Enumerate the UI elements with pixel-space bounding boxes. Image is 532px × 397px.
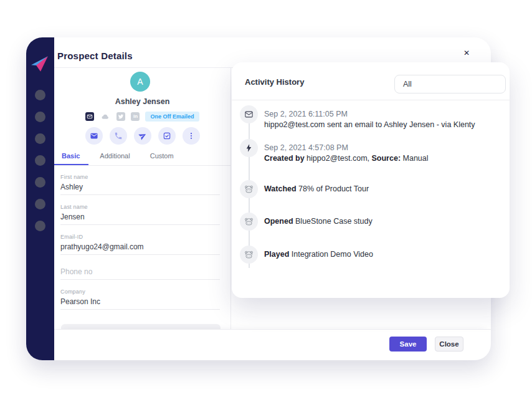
email-id-label: Email-ID — [60, 234, 220, 240]
phone-no-field: Phone no — [60, 267, 220, 280]
page-background: Prospect Details ✕ A Ashley Jensen inOne… — [0, 0, 532, 397]
bolt-icon — [240, 139, 258, 157]
activity-text: Watched 78% of Product Tour — [264, 184, 369, 194]
channel-status-row: inOne Off Emailed — [54, 111, 230, 122]
email-id-field: Email-IDprathyugo24@gmail.com — [60, 234, 220, 255]
company-label: Company — [60, 289, 220, 295]
first-name-input[interactable]: Ashley — [60, 183, 220, 195]
hippo-icon — [240, 246, 258, 264]
activity-history-panel: Activity History All Sep 2, 2021 6:11:05… — [232, 62, 510, 298]
activity-filter-value: All — [403, 80, 412, 88]
phone-action-button[interactable] — [110, 127, 127, 145]
activity-history-title: Activity History — [245, 77, 304, 87]
tab-additional[interactable]: Additional — [100, 152, 130, 160]
tab-custom[interactable]: Custom — [150, 152, 174, 160]
status-badge: One Off Emailed — [145, 112, 199, 122]
activity-timestamp: Sep 2, 2021 4:57:08 PM — [264, 143, 429, 153]
page-title: Prospect Details — [57, 50, 133, 61]
tab-basic[interactable]: Basic — [62, 152, 80, 160]
phone-no-input[interactable]: Phone no — [60, 267, 220, 280]
first-name-label: First name — [60, 174, 220, 180]
last-name-field: Last nameJensen — [60, 204, 220, 225]
panel-divider — [230, 67, 231, 329]
envelope-icon — [240, 105, 258, 123]
hippo-icon — [240, 180, 258, 198]
activity-event-row: Sep 2, 2021 4:57:08 PMCreated by hippo2@… — [240, 143, 505, 164]
more-action-button[interactable] — [183, 127, 200, 145]
prospect-profile-panel: A Ashley Jensen inOne Off Emailed BasicA… — [54, 67, 230, 329]
sidebar-nav-item-5[interactable] — [35, 177, 45, 188]
sidebar-nav-item-2[interactable] — [35, 112, 45, 122]
activity-event-body: Sep 2, 2021 6:11:05 PMhippo2@test.com se… — [264, 109, 475, 130]
activity-text: Created by hippo2@test.com, Source: Manu… — [264, 153, 429, 164]
activity-event-body: Sep 2, 2021 4:57:08 PMCreated by hippo2@… — [264, 143, 429, 164]
activity-event-row: Sep 2, 2021 6:11:05 PMhippo2@test.com se… — [240, 109, 505, 130]
hippo-icon — [240, 213, 258, 231]
sidebar-nav — [35, 90, 45, 242]
phone-icon — [114, 132, 123, 140]
profile-tabs: BasicAdditionalCustom — [62, 152, 174, 160]
prospect-form: First nameAshleyLast nameJensenEmail-IDp… — [60, 166, 220, 310]
twitter-channel-icon[interactable] — [116, 112, 125, 121]
save-button[interactable]: Save — [389, 337, 427, 352]
klenty-logo-icon — [31, 54, 49, 73]
activity-text: Opened BlueStone Case study — [264, 216, 373, 227]
activity-filter-dropdown[interactable]: All — [394, 75, 506, 93]
activity-event-row: Opened BlueStone Case study — [240, 213, 505, 231]
task-action-button[interactable] — [158, 127, 176, 145]
sidebar-nav-item-3[interactable] — [35, 133, 45, 144]
quick-actions-row — [54, 127, 230, 145]
send-icon — [138, 132, 147, 140]
close-icon[interactable]: ✕ — [463, 49, 470, 57]
sidebar-nav-item-1[interactable] — [35, 90, 45, 100]
activity-event-body: Opened BlueStone Case study — [264, 216, 373, 227]
email-icon — [90, 132, 98, 140]
first-name-field: First nameAshley — [60, 174, 220, 195]
activity-event-body: Played Integration Demo Video — [264, 249, 373, 260]
linkedin-channel-icon[interactable]: in — [131, 112, 140, 121]
hidden-field-peek — [61, 324, 221, 329]
modal-footer: Save Close — [54, 329, 491, 360]
company-input[interactable]: Pearson Inc — [60, 297, 220, 310]
email-id-input[interactable]: prathyugo24@gmail.com — [60, 242, 220, 255]
task-icon — [163, 132, 171, 140]
last-name-input[interactable]: Jensen — [60, 213, 220, 225]
activity-timeline: Sep 2, 2021 6:11:05 PMhippo2@test.com se… — [240, 100, 505, 294]
avatar: A — [130, 72, 150, 92]
activity-text: Played Integration Demo Video — [264, 249, 373, 260]
last-name-label: Last name — [60, 204, 220, 210]
sidebar-nav-item-7[interactable] — [35, 221, 45, 231]
sidebar-nav-item-6[interactable] — [35, 199, 45, 209]
sidebar-nav-item-4[interactable] — [35, 155, 45, 166]
activity-timestamp: Sep 2, 2021 6:11:05 PM — [264, 109, 475, 120]
email-channel-icon[interactable] — [85, 112, 94, 121]
activity-event-row: Watched 78% of Product Tour — [240, 180, 505, 198]
activity-history-header: Activity History All — [232, 62, 510, 100]
cloud-channel-icon[interactable] — [100, 112, 111, 121]
email-action-button[interactable] — [85, 127, 103, 145]
activity-text: hippo2@test.com sent an email to Ashley … — [264, 120, 475, 130]
more-icon — [187, 132, 196, 140]
company-field: CompanyPearson Inc — [60, 289, 220, 310]
activity-event-body: Watched 78% of Product Tour — [264, 184, 369, 194]
app-sidebar — [26, 37, 54, 360]
activity-event-row: Played Integration Demo Video — [240, 246, 505, 264]
close-button[interactable]: Close — [435, 337, 463, 352]
send-action-button[interactable] — [134, 127, 151, 145]
prospect-name: Ashley Jensen — [54, 97, 230, 106]
